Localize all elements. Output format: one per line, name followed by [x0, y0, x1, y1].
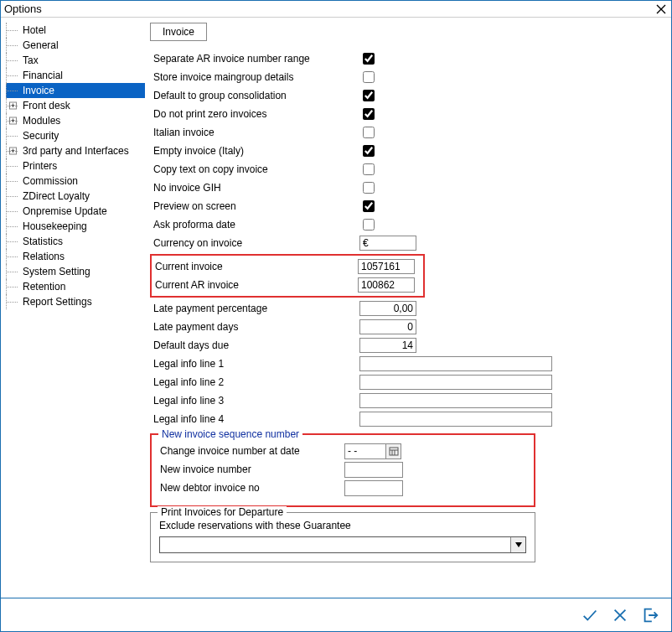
legal3-input[interactable] [359, 393, 552, 408]
tree-item-printers[interactable]: Printers [6, 158, 145, 174]
italian-checkbox[interactable] [363, 127, 375, 138]
no-gih-checkbox[interactable] [363, 182, 375, 194]
new-debtor-input[interactable] [344, 480, 403, 496]
new-invoice-label: New invoice number [160, 464, 344, 475]
late-pct-input[interactable] [359, 301, 416, 316]
tree-item-relations[interactable]: Relations [6, 249, 145, 264]
new-debtor-label: New debtor invoice no [160, 482, 344, 494]
copy-text-checkbox[interactable] [363, 163, 375, 175]
no-zero-checkbox[interactable] [363, 108, 375, 120]
legal3-label: Legal info line 3 [150, 395, 359, 407]
current-invoice-label: Current invoice [152, 261, 358, 272]
separate-ar-checkbox[interactable] [363, 53, 375, 65]
late-pct-label: Late payment percentage [150, 303, 359, 314]
italian-label: Italian invoice [150, 127, 359, 138]
change-at-date[interactable]: - - [344, 443, 401, 459]
close-button[interactable] [654, 3, 668, 16]
tree-item-tax[interactable]: Tax [6, 53, 145, 68]
tab-invoice[interactable]: Invoice [150, 23, 207, 41]
exit-icon [641, 606, 659, 624]
empty-italy-label: Empty invoice (Italy) [150, 145, 359, 157]
legal4-input[interactable] [359, 412, 552, 427]
no-zero-label: Do not print zero invoices [150, 108, 359, 120]
expand-icon[interactable]: + [9, 102, 17, 110]
legal4-label: Legal info line 4 [150, 413, 359, 425]
default-due-label: Default days due [150, 339, 359, 351]
currency-label: Currency on invoice [150, 237, 359, 249]
current-invoice-highlight: Current invoice Current AR invoice [150, 254, 425, 298]
tree-item-financial[interactable]: Financial [6, 68, 145, 83]
tree-item-onpremise[interactable]: Onpremise Update [6, 204, 145, 219]
separate-ar-label: Separate AR invoice number range [150, 53, 359, 65]
sequence-number-group: New invoice sequence number Change invoi… [150, 433, 535, 507]
tab-bar: Invoice [150, 23, 663, 41]
combo-dropdown-button[interactable] [510, 537, 525, 552]
default-group-label: Default to group consolidation [150, 90, 359, 101]
content-pane: Invoice Separate AR invoice number range… [145, 18, 671, 598]
store-maingroup-label: Store invoice maingroup details [150, 71, 359, 83]
tree-item-zdirect[interactable]: ZDirect Loyalty [6, 189, 145, 204]
late-days-input[interactable] [359, 319, 416, 334]
no-gih-label: No invoice GIH [150, 182, 359, 194]
tree-item-statistics[interactable]: Statistics [6, 234, 145, 249]
tree-item-retention[interactable]: Retention [6, 279, 145, 294]
ok-button[interactable] [579, 604, 601, 626]
titlebar: Options [1, 1, 671, 18]
tree-item-modules[interactable]: +Modules [6, 113, 145, 128]
options-window: Options Hotel General Tax Financial Invo… [0, 0, 672, 632]
sequence-legend: New invoice sequence number [158, 428, 302, 440]
exclude-guarantee-combo[interactable] [159, 536, 526, 553]
close-icon [611, 606, 629, 624]
store-maingroup-checkbox[interactable] [363, 71, 375, 83]
copy-text-label: Copy text on copy invoice [150, 163, 359, 175]
calendar-icon [389, 446, 399, 456]
current-invoice-input[interactable] [358, 259, 415, 274]
default-due-input[interactable] [359, 338, 416, 353]
tree-item-system-setting[interactable]: System Setting [6, 264, 145, 279]
tree-item-housekeeping[interactable]: Housekeeping [6, 219, 145, 234]
options-tree: Hotel General Tax Financial Invoice +Fro… [1, 18, 145, 598]
departure-legend: Print Invoices for Departure [158, 506, 287, 518]
current-ar-label: Current AR invoice [152, 279, 358, 291]
tree-item-front-desk[interactable]: +Front desk [6, 98, 145, 113]
tree-item-invoice[interactable]: Invoice [6, 83, 145, 98]
current-ar-input[interactable] [358, 277, 415, 293]
expand-icon[interactable]: + [9, 117, 17, 125]
chevron-down-icon [515, 542, 522, 547]
empty-italy-checkbox[interactable] [363, 145, 375, 157]
legal2-label: Legal info line 2 [150, 376, 359, 388]
svg-rect-0 [390, 448, 398, 455]
legal1-input[interactable] [359, 356, 552, 371]
departure-group: Print Invoices for Departure Exclude res… [150, 512, 535, 562]
late-days-label: Late payment days [150, 321, 359, 333]
change-at-label: Change invoice number at date [160, 445, 344, 457]
legal2-input[interactable] [359, 375, 552, 390]
preview-label: Preview on screen [150, 200, 359, 212]
tree-item-general[interactable]: General [6, 38, 145, 53]
ask-proforma-checkbox[interactable] [363, 219, 375, 231]
default-group-checkbox[interactable] [363, 90, 375, 101]
tree-item-security[interactable]: Security [6, 128, 145, 143]
close-icon [656, 4, 666, 14]
tree-item-hotel[interactable]: Hotel [6, 23, 145, 38]
tree-item-report-settings[interactable]: Report Settings [6, 294, 145, 309]
legal1-label: Legal info line 1 [150, 358, 359, 370]
tree-item-3rd-party[interactable]: +3rd party and Interfaces [6, 143, 145, 158]
exit-button[interactable] [639, 604, 661, 626]
check-icon [581, 606, 599, 624]
window-title: Options [4, 3, 654, 15]
preview-checkbox[interactable] [363, 200, 375, 212]
ask-proforma-label: Ask proforma date [150, 219, 359, 231]
calendar-button[interactable] [385, 444, 401, 458]
expand-icon[interactable]: + [9, 148, 17, 155]
exclude-label: Exclude reservations with these Guarante… [159, 520, 526, 531]
currency-input[interactable] [359, 236, 416, 251]
tree-item-commission[interactable]: Commission [6, 174, 145, 189]
new-invoice-input[interactable] [344, 462, 403, 478]
cancel-button[interactable] [609, 604, 631, 626]
footer [1, 598, 671, 631]
